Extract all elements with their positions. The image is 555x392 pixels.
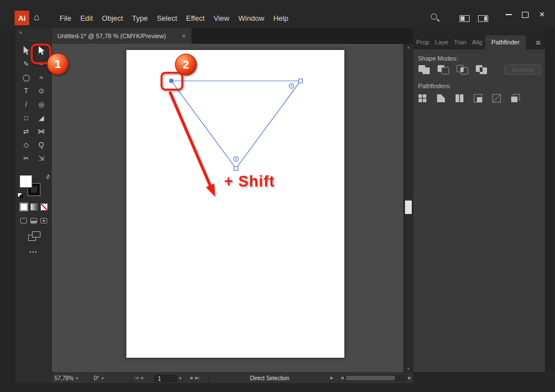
none-swatch-button[interactable] (40, 203, 48, 211)
tab-transform[interactable]: Tran (451, 35, 469, 49)
ellipse-tool[interactable]: ◯ (19, 72, 34, 82)
rotate-tool[interactable]: ⊙ (34, 86, 49, 95)
tab-properties[interactable]: Prop (413, 35, 432, 49)
horizontal-scrollbar-thumb[interactable] (346, 376, 395, 380)
horizontal-scrollbar-track[interactable] (344, 375, 407, 381)
unite-icon[interactable] (418, 65, 430, 75)
minimize-button[interactable] (500, 7, 517, 22)
rectangle-tool[interactable]: □ (19, 113, 34, 122)
minus-back-icon[interactable] (511, 94, 521, 103)
canvas-area[interactable] (52, 44, 403, 372)
last-artboard-button[interactable]: ▶| (195, 376, 199, 380)
artboard-nav-left: |◀ ◀ (131, 373, 152, 383)
draw-modes-row (16, 218, 52, 224)
close-button[interactable]: × (534, 7, 551, 22)
artboard[interactable] (126, 50, 344, 358)
outline-icon[interactable] (492, 94, 502, 103)
shear-tool[interactable]: ⇄ (19, 126, 34, 136)
toolbar-grip-handle[interactable]: •••• (16, 38, 51, 42)
scissors-tool[interactable]: ✂ (19, 153, 34, 163)
shape-modes-row: Expand (413, 65, 545, 75)
pen-tool[interactable]: ✒ (34, 59, 49, 69)
collapse-toolbar-button[interactable]: « (19, 29, 22, 35)
document-tab-close-icon[interactable]: × (181, 32, 186, 40)
fill-swatch[interactable] (20, 175, 32, 188)
merge-icon[interactable] (455, 94, 465, 103)
selection-arrow-icon (22, 46, 30, 55)
status-menu-arrow-icon[interactable]: ▶ (330, 376, 338, 380)
edit-toolbar-ellipsis[interactable]: ••• (16, 249, 52, 255)
color-swatch-button[interactable] (20, 203, 28, 211)
draw-inside-icon[interactable] (40, 218, 47, 224)
pathfinders-row (413, 94, 545, 103)
line-segment-tool[interactable]: / (19, 99, 34, 109)
rotation-dropdown[interactable]: 0° ▾ (91, 373, 131, 383)
crop-icon[interactable] (474, 94, 484, 103)
search-icon[interactable] (430, 13, 440, 23)
default-fill-stroke-icon[interactable] (17, 193, 25, 199)
divide-icon[interactable] (418, 94, 428, 103)
expand-button[interactable]: Expand (504, 65, 541, 75)
selection-tool[interactable] (19, 45, 34, 55)
chevron-down-icon[interactable]: ▾ (179, 376, 181, 381)
menu-edit[interactable]: Edit (80, 14, 93, 22)
exclude-icon[interactable] (475, 65, 488, 75)
pencil-tool[interactable]: ✎ (19, 59, 34, 69)
first-artboard-button[interactable]: |◀ (134, 376, 138, 380)
panel-menu-icon[interactable]: ≡ (536, 39, 540, 47)
maximize-button[interactable] (517, 7, 534, 22)
paintbrush-tool[interactable]: ≈ (34, 72, 49, 82)
artboard-number-field[interactable]: 1 (154, 375, 177, 382)
tab-layers[interactable]: Laye (432, 35, 451, 49)
hand-tool[interactable]: ◇ (19, 140, 34, 149)
menu-select[interactable]: Select (157, 14, 177, 22)
change-screen-mode-icon[interactable] (28, 231, 40, 241)
swap-fill-stroke-icon[interactable]: ⇄ (44, 173, 52, 181)
menu-view[interactable]: View (213, 14, 229, 22)
horizontal-scrollbar[interactable]: ◀ ▶ (338, 373, 413, 383)
menu-file[interactable]: File (60, 14, 71, 22)
menu-effect[interactable]: Effect (186, 14, 204, 22)
default-stroke-square (20, 195, 23, 198)
vertical-scrollbar[interactable]: ▲ ▼ (403, 44, 413, 372)
width-tool[interactable]: ⋈ (34, 126, 49, 136)
eyedropper-tool[interactable]: ◢ (34, 113, 49, 122)
zoom-level-dropdown[interactable]: 57,78% ▾ (52, 373, 91, 383)
gradient-swatch-button[interactable] (30, 203, 38, 211)
menu-object[interactable]: Object (102, 14, 123, 22)
scroll-right-icon[interactable]: ▶ (408, 376, 411, 380)
curvature-tool[interactable]: ◎ (34, 99, 49, 109)
draw-behind-icon[interactable] (30, 218, 37, 224)
type-tool[interactable]: T (19, 86, 34, 95)
home-icon[interactable]: ⌂ (34, 12, 39, 22)
previous-artboard-button[interactable]: ◀ (140, 376, 143, 380)
tab-align[interactable]: Alig (469, 35, 485, 49)
document-tab-strip: Untitled-1* @ 57,78 % (CMYK/Preview) × (52, 28, 413, 44)
draw-normal-icon[interactable] (20, 218, 27, 224)
next-artboard-button[interactable]: ▶ (190, 376, 193, 380)
workspace-switcher-icon[interactable] (478, 15, 488, 22)
current-tool-status[interactable]: Direct Selection (209, 375, 330, 381)
menu-window[interactable]: Window (238, 14, 264, 22)
screen-mode-front-rect (32, 231, 40, 238)
maximize-icon (522, 12, 529, 18)
document-tab[interactable]: Untitled-1* @ 57,78 % (CMYK/Preview) × (52, 28, 192, 44)
artboard-nav-right: ▶ ▶| (188, 373, 209, 383)
trim-icon[interactable] (436, 94, 447, 103)
tools-grid: ✎ ✒ ◯ ≈ T ⊙ / ◎ □ ◢ ⇄ ⋈ ◇ Q ✂ ⇲ (19, 45, 49, 163)
free-transform-tool[interactable]: ⇲ (34, 153, 49, 163)
minus-front-icon[interactable] (437, 65, 449, 75)
intersect-icon[interactable] (456, 65, 468, 75)
zoom-tool[interactable]: Q (34, 140, 49, 149)
arrange-documents-icon[interactable] (460, 15, 470, 22)
direct-selection-arrow-icon (38, 46, 45, 55)
scroll-up-icon[interactable]: ▲ (404, 45, 413, 49)
menu-help[interactable]: Help (273, 14, 288, 22)
direct-selection-tool[interactable] (34, 45, 49, 55)
scroll-left-icon[interactable]: ◀ (340, 376, 343, 380)
vertical-scrollbar-thumb[interactable] (405, 200, 412, 214)
menu-type[interactable]: Type (132, 14, 148, 22)
tab-pathfinder[interactable]: Pathfinder (485, 35, 526, 49)
scroll-down-icon[interactable]: ▼ (404, 367, 413, 371)
search-tail (436, 19, 440, 22)
